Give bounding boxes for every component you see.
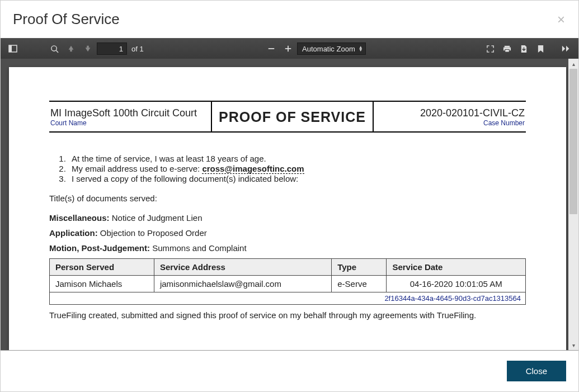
scroll-down-icon[interactable]: ▾ xyxy=(569,341,577,349)
close-icon[interactable]: × xyxy=(557,13,565,26)
table-row: Jamison Michaels jamisonmichaelslaw@gmai… xyxy=(50,276,526,292)
bookmark-icon[interactable] xyxy=(533,41,548,56)
zoom-select-value: Automatic Zoom xyxy=(302,45,355,53)
scroll-thumb[interactable] xyxy=(569,69,577,214)
next-page-icon[interactable] xyxy=(80,41,96,56)
caret-up-down-icon: ▲▼ xyxy=(359,46,363,51)
filer-email: cross@imagesoftinc.com xyxy=(202,164,304,174)
more-tools-icon[interactable] xyxy=(558,41,574,56)
titles-heading: Title(s) of documents served: xyxy=(49,193,526,203)
svg-rect-11 xyxy=(505,49,509,52)
vertical-scrollbar[interactable]: ▴ ▾ xyxy=(568,59,578,350)
table-reference-row: 2f16344a-434a-4645-90d3-cd7ac1313564 xyxy=(50,292,526,305)
modal-footer: Close xyxy=(1,351,578,391)
page-number-input[interactable] xyxy=(97,42,127,55)
statement-item: I served a copy of the following documen… xyxy=(68,174,526,183)
document-header: MI ImageSoft 100th Circuit Court Court N… xyxy=(49,101,526,133)
case-number: 2020-020101-CIVIL-CZ xyxy=(420,107,525,119)
document-title: PROOF OF SERVICE xyxy=(213,109,372,125)
table-header-row: Person Served Service Address Type Servi… xyxy=(50,259,526,276)
pdf-page: MI ImageSoft 100th Circuit Court Court N… xyxy=(9,67,566,350)
statements-list: At the time of service, I was at least 1… xyxy=(49,154,526,183)
zoom-in-icon[interactable] xyxy=(280,41,296,56)
svg-rect-1 xyxy=(9,45,12,52)
svg-rect-9 xyxy=(504,45,509,47)
zoom-select[interactable]: Automatic Zoom ▲▼ xyxy=(297,42,366,55)
svg-rect-8 xyxy=(288,46,289,52)
case-number-label: Case Number xyxy=(375,119,525,127)
zoom-out-icon[interactable] xyxy=(263,41,279,56)
search-icon[interactable] xyxy=(46,41,62,56)
footer-note: TrueFiling created, submitted and signed… xyxy=(49,310,478,320)
sidebar-toggle-icon[interactable] xyxy=(5,41,21,56)
modal-title: Proof Of Service xyxy=(13,11,120,28)
court-name-label: Court Name xyxy=(50,119,210,127)
svg-rect-4 xyxy=(70,49,72,51)
served-documents: Miscellaneous: Notice of Judgment Lien A… xyxy=(49,213,526,253)
modal-header: Proof Of Service × xyxy=(1,1,578,38)
prev-page-icon[interactable] xyxy=(63,41,79,56)
fullscreen-icon[interactable] xyxy=(482,41,498,56)
print-icon[interactable] xyxy=(499,41,515,56)
download-icon[interactable] xyxy=(516,41,531,56)
court-name: MI ImageSoft 100th Circuit Court xyxy=(50,107,210,119)
statement-item: At the time of service, I was at least 1… xyxy=(68,154,526,163)
svg-rect-6 xyxy=(269,48,275,49)
close-button[interactable]: Close xyxy=(507,361,566,381)
pdf-viewer: of 1 Automatic Zoom ▲▼ xyxy=(1,38,578,351)
service-table: Person Served Service Address Type Servi… xyxy=(49,258,526,305)
pdf-toolbar: of 1 Automatic Zoom ▲▼ xyxy=(1,39,578,59)
svg-point-2 xyxy=(51,45,56,50)
modal-dialog: Proof Of Service × of 1 xyxy=(0,0,579,392)
transaction-reference: 2f16344a-434a-4645-90d3-cd7ac1313564 xyxy=(332,292,526,305)
statement-item: My email address used to e-serve: cross@… xyxy=(68,164,526,173)
page-total-label: of 1 xyxy=(131,45,144,53)
pdf-canvas-area: MI ImageSoft 100th Circuit Court Court N… xyxy=(1,59,578,350)
svg-line-3 xyxy=(56,50,58,53)
scroll-up-icon[interactable]: ▴ xyxy=(569,60,577,68)
